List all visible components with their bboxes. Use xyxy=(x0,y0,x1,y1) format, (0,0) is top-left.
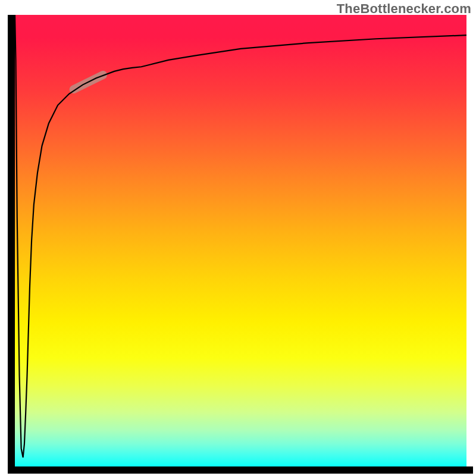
curve-svg xyxy=(15,15,466,466)
bottleneck-chart: TheBottlenecker.com xyxy=(0,0,476,476)
x-axis xyxy=(8,466,473,474)
watermark-text: TheBottlenecker.com xyxy=(337,1,471,17)
y-axis xyxy=(8,15,15,466)
